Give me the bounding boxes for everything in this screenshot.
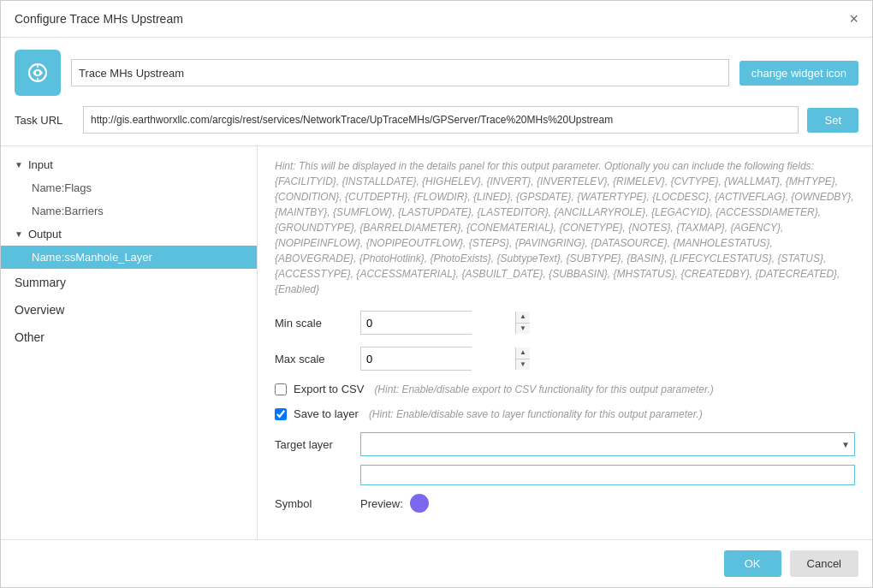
overview-label: Overview: [15, 303, 64, 317]
export-csv-hint: (Hint: Enable/disable export to CSV func…: [374, 383, 713, 395]
symbol-preview: Preview:: [360, 494, 429, 513]
max-scale-input[interactable]: [361, 347, 515, 370]
target-layer-row: Target layer ▼: [275, 432, 855, 456]
save-to-layer-hint: (Hint: Enable/disable save to layer func…: [369, 408, 703, 420]
ok-button[interactable]: OK: [724, 550, 781, 577]
content-panel: Hint: This will be displayed in the deta…: [258, 146, 872, 539]
sidebar-item-flags[interactable]: Name:Flags: [1, 176, 257, 199]
sidebar-item-other[interactable]: Other: [1, 324, 257, 351]
symbol-row: Symbol Preview:: [275, 494, 855, 513]
symbol-circle-icon: [410, 494, 429, 513]
max-scale-down-button[interactable]: ▼: [516, 359, 530, 371]
max-scale-up-button[interactable]: ▲: [516, 347, 530, 359]
sidebar-group-input[interactable]: ▼ Input: [1, 153, 257, 176]
min-scale-label: Min scale: [275, 317, 352, 330]
save-to-layer-label[interactable]: Save to layer: [294, 407, 359, 420]
min-scale-input-wrap: ▲ ▼: [360, 311, 472, 335]
dialog-title: Configure Trace MHs Upstream: [15, 12, 183, 26]
close-button[interactable]: ×: [849, 11, 858, 27]
max-scale-row: Max scale ▲ ▼: [275, 347, 855, 371]
min-scale-input[interactable]: [361, 312, 515, 334]
sidebar-item-overview[interactable]: Overview: [1, 296, 257, 324]
other-label: Other: [15, 330, 45, 344]
max-scale-input-wrap: ▲ ▼: [360, 347, 472, 371]
configure-dialog: Configure Trace MHs Upstream × change wi…: [0, 0, 873, 588]
hint-text: Hint: This will be displayed in the deta…: [275, 158, 855, 297]
input-arrow-icon: ▼: [15, 160, 23, 169]
set-button[interactable]: Set: [807, 108, 858, 133]
svg-point-1: [35, 70, 40, 75]
max-scale-spinners: ▲ ▼: [515, 347, 530, 370]
widget-name-input[interactable]: [71, 59, 729, 86]
task-url-input[interactable]: [83, 106, 799, 134]
export-csv-checkbox[interactable]: [275, 383, 287, 395]
dialog-body: change widget icon Task URL Set ▼ Input: [1, 38, 872, 539]
input-group-label: Input: [28, 158, 53, 171]
target-layer-select[interactable]: [360, 432, 855, 456]
min-scale-row: Min scale ▲ ▼: [275, 311, 855, 335]
task-url-label: Task URL: [15, 114, 74, 127]
target-layer-input-bar[interactable]: [360, 465, 855, 485]
min-scale-down-button[interactable]: ▼: [516, 324, 530, 335]
preview-label: Preview:: [360, 497, 403, 510]
max-scale-label: Max scale: [275, 353, 352, 365]
top-section: change widget icon Task URL Set: [1, 38, 872, 146]
output-arrow-icon: ▼: [15, 229, 23, 239]
sidebar-section-input: ▼ Input Name:Flags Name:Barriers: [1, 153, 257, 223]
sidebar-item-manhole[interactable]: Name:ssManhole_Layer: [1, 246, 257, 269]
min-scale-spinners: ▲ ▼: [515, 312, 530, 334]
sidebar-item-barriers[interactable]: Name:Barriers: [1, 199, 257, 223]
sidebar-item-summary[interactable]: Summary: [1, 269, 257, 296]
summary-label: Summary: [15, 276, 66, 289]
change-icon-button[interactable]: change widget icon: [739, 61, 858, 86]
dialog-header: Configure Trace MHs Upstream ×: [1, 1, 872, 38]
symbol-label: Symbol: [275, 497, 352, 510]
save-to-layer-checkbox[interactable]: [275, 408, 287, 420]
dialog-footer: OK Cancel: [1, 539, 872, 587]
export-csv-row: Export to CSV (Hint: Enable/disable expo…: [275, 383, 855, 395]
sidebar: ▼ Input Name:Flags Name:Barriers ▼ Outpu…: [1, 146, 258, 539]
export-csv-label[interactable]: Export to CSV: [294, 383, 364, 395]
output-group-label: Output: [28, 228, 62, 241]
cancel-button[interactable]: Cancel: [790, 550, 858, 577]
sidebar-section-output: ▼ Output Name:ssManhole_Layer: [1, 223, 257, 269]
main-content: ▼ Input Name:Flags Name:Barriers ▼ Outpu…: [1, 146, 872, 539]
min-scale-up-button[interactable]: ▲: [516, 312, 530, 323]
task-url-row: Task URL Set: [15, 106, 858, 134]
widget-icon: [15, 50, 61, 96]
target-layer-input-row: [360, 465, 855, 485]
content-scroll: Hint: This will be displayed in the deta…: [258, 146, 872, 539]
target-layer-select-wrapper: ▼: [360, 432, 855, 456]
widget-row: change widget icon: [15, 50, 858, 96]
widget-icon-svg: [25, 60, 50, 86]
save-to-layer-row: Save to layer (Hint: Enable/disable save…: [275, 407, 855, 420]
target-layer-label: Target layer: [275, 438, 352, 451]
sidebar-group-output[interactable]: ▼ Output: [1, 223, 257, 246]
